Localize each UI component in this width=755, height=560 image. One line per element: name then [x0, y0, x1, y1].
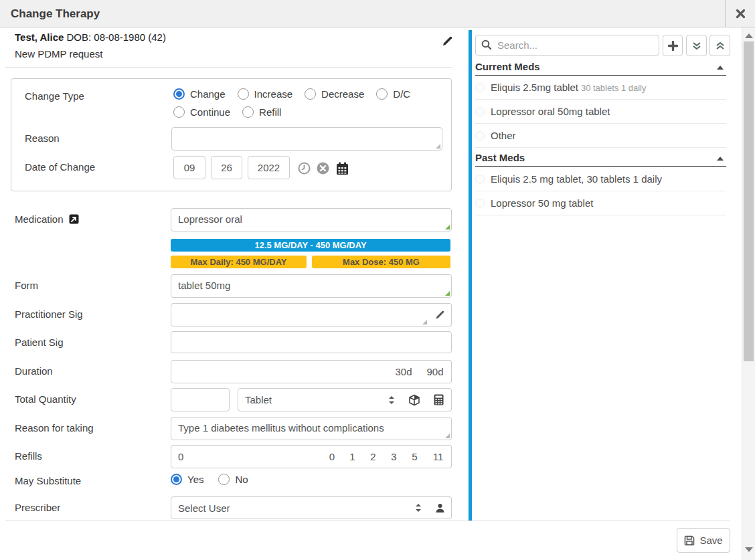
refills-label: Refills [15, 450, 42, 462]
radio-substitute-yes[interactable]: Yes [171, 474, 203, 485]
close-button[interactable] [725, 0, 755, 27]
collapse-caret-icon [717, 66, 724, 70]
patient-name: Test, Alice [15, 31, 64, 43]
form-textarea[interactable]: tablet 50mg [171, 274, 452, 298]
date-year-input[interactable] [248, 156, 290, 179]
radio-dot [173, 88, 185, 100]
calculator-button[interactable] [426, 388, 452, 411]
scrollbar-thumb[interactable] [744, 41, 754, 361]
dialog-title: Change Therapy [11, 0, 100, 27]
duration-input[interactable] [171, 360, 389, 383]
practitioner-sig-textarea[interactable] [171, 303, 429, 326]
form-label: Form [15, 280, 38, 291]
duration-90d-button[interactable]: 90d [419, 360, 452, 383]
radio-increase[interactable]: Increase [238, 88, 293, 100]
prescriber-select[interactable]: Select User [171, 496, 429, 519]
patient-info: Test, Alice DOB: 08-08-1980 (42) [15, 31, 166, 43]
total-quantity-label: Total Quantity [15, 393, 76, 405]
dialog-footer: Save [0, 521, 742, 560]
collapse-all-button[interactable] [709, 35, 730, 56]
save-button[interactable]: Save [677, 528, 730, 553]
med-name: Lopressor oral 50mg tablet [491, 106, 610, 117]
radio-dot [242, 106, 254, 118]
change-type-radios-row1: Change Increase Decrease D/C [173, 88, 410, 100]
medication-textarea[interactable]: Lopressor oral [171, 208, 452, 231]
plus-icon [668, 41, 678, 51]
chevron-double-up-icon [716, 41, 725, 50]
reason-label: Reason [25, 132, 60, 144]
radio-dc[interactable]: D/C [376, 88, 410, 100]
edit-patient-icon[interactable] [442, 35, 453, 47]
radio-refill[interactable]: Refill [242, 106, 281, 118]
past-med-item[interactable]: Lopressor 50 mg tablet [475, 191, 726, 215]
radio-change[interactable]: Change [173, 88, 226, 100]
vertical-scrollbar[interactable] [742, 27, 755, 560]
patient-dob: DOB: 08-08-1980 (42) [67, 31, 166, 43]
quantity-unit-select[interactable]: Tablet [238, 388, 402, 411]
med-name: Eliquis 2.5mg tablet [491, 82, 578, 93]
sidebar-accent-bar [469, 30, 472, 521]
refills-input[interactable] [171, 445, 323, 468]
medication-label: Medication [15, 213, 79, 225]
refills-quick-5[interactable]: 5 [404, 445, 426, 468]
date-of-change-label: Date of Change [25, 161, 95, 173]
date-day-input[interactable] [211, 156, 242, 179]
radio-dot [218, 474, 230, 485]
radio-continue[interactable]: Continue [173, 106, 230, 118]
prescriber-label: Prescriber [15, 502, 60, 513]
practitioner-sig-edit-button[interactable] [428, 303, 452, 326]
user-icon [435, 503, 445, 513]
past-meds-header[interactable]: Past Meds [475, 152, 726, 167]
calendar-icon[interactable] [335, 161, 349, 175]
date-month-input[interactable] [173, 156, 205, 179]
duration-30d-button[interactable]: 30d [388, 360, 420, 383]
quantity-unit-value: Tablet [245, 394, 388, 405]
expand-all-button[interactable] [686, 35, 707, 56]
pdmp-request-link[interactable]: New PDMP request [15, 48, 102, 60]
current-meds-header[interactable]: Current Meds [475, 61, 726, 76]
scroll-down-icon[interactable] [745, 547, 753, 552]
radio-dot [238, 88, 249, 100]
med-radio-icon [475, 83, 485, 92]
refills-quick-11[interactable]: 11 [425, 445, 452, 468]
past-med-item[interactable]: Eliquis 2.5 mg tablet, 30 tablets 1 dail… [475, 167, 726, 191]
med-radio-icon [475, 199, 485, 208]
clear-date-icon[interactable] [317, 162, 329, 175]
total-quantity-input[interactable] [171, 388, 230, 411]
change-type-panel: Change Type Change Increase Decrease D/C… [11, 78, 452, 191]
prescriber-value: Select User [178, 502, 415, 514]
med-name: Other [491, 130, 516, 141]
patient-sig-input[interactable] [171, 331, 452, 353]
scroll-up-icon[interactable] [745, 33, 753, 38]
refills-quick-3[interactable]: 3 [384, 445, 405, 468]
clock-icon[interactable] [298, 162, 311, 175]
radio-decrease[interactable]: Decrease [305, 88, 364, 100]
refills-quick-0[interactable]: 0 [322, 445, 343, 468]
med-radio-icon [475, 107, 485, 116]
reason-textarea[interactable] [171, 127, 442, 151]
prescriber-user-button[interactable] [428, 496, 452, 519]
med-name: Eliquis 2.5 mg tablet, 30 tablets 1 dail… [491, 173, 662, 185]
med-radio-icon [475, 131, 485, 141]
dose-range-badge: 12.5 MG/DAY - 450 MG/DAY [171, 239, 450, 252]
current-med-item[interactable]: Eliquis 2.5mg tablet30 tablets 1 daily [475, 76, 726, 100]
med-search-input[interactable] [475, 35, 659, 56]
footer-divider [5, 521, 730, 521]
practitioner-sig-label: Practitioner Sig [15, 308, 83, 320]
may-substitute-radios: Yes No [171, 474, 248, 485]
radio-substitute-no[interactable]: No [218, 474, 248, 485]
close-icon [736, 9, 746, 19]
cube-icon [408, 394, 420, 406]
add-med-button[interactable] [663, 35, 683, 56]
reason-taking-textarea[interactable]: Type 1 diabetes mellitus without complic… [171, 417, 452, 440]
search-icon [481, 39, 492, 50]
current-med-item[interactable]: Other [475, 124, 726, 148]
change-type-label: Change Type [25, 90, 84, 102]
current-med-item[interactable]: Lopressor oral 50mg tablet [475, 100, 726, 124]
refills-quick-1[interactable]: 1 [342, 445, 363, 468]
date-icons [298, 161, 349, 175]
package-button[interactable] [402, 388, 427, 411]
chevron-double-down-icon [692, 41, 701, 50]
medication-lookup-icon[interactable] [69, 214, 79, 224]
refills-quick-2[interactable]: 2 [363, 445, 384, 468]
